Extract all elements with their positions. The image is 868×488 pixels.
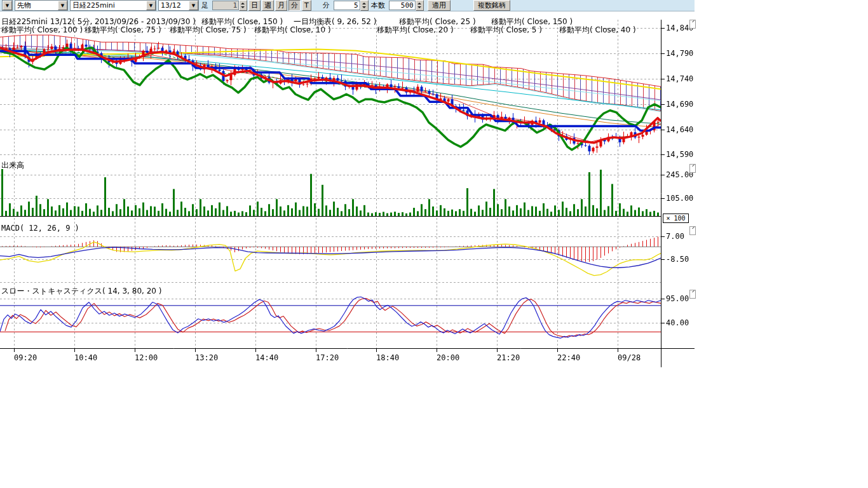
- x-axis-tick-label: 09:20: [14, 353, 37, 362]
- macd-pane-title: MACD( 12, 26, 9 ): [1, 224, 79, 233]
- legend-item: 移動平均( Close, 10 ): [254, 25, 331, 36]
- period-week-button[interactable]: 週: [262, 0, 274, 11]
- y-axis-tick-label: 14,640: [666, 125, 693, 134]
- y-axis-tick-label: 40.00: [666, 318, 689, 327]
- chevron-down-icon[interactable]: ▼: [3, 1, 12, 10]
- volume-multiplier-badge: × 100: [663, 214, 689, 223]
- bar-count-value: 500: [389, 1, 416, 10]
- legend-item: 移動平均( Close, 40 ): [559, 25, 636, 36]
- symbol-value: 日経225mini: [71, 1, 146, 10]
- pane-marker-icon[interactable]: [689, 290, 696, 299]
- category-select[interactable]: 先物 ▼: [15, 0, 68, 11]
- spinner-icon[interactable]: [416, 0, 424, 11]
- symbol-select[interactable]: 日経225mini ▼: [70, 0, 156, 11]
- y-axis-tick-label: 14,690: [666, 100, 693, 109]
- stoch-pane-title: スロー・ストキャスティクス( 14, 3, 80, 20 ): [1, 286, 161, 297]
- category-value: 先物: [15, 1, 58, 10]
- period-day-button[interactable]: 日: [248, 0, 261, 11]
- chart-application-window: { "toolbar": { "mini_combo_arrow": "▼", …: [0, 0, 868, 488]
- spinner-icon[interactable]: [239, 0, 247, 11]
- period-minute-button[interactable]: 分: [288, 0, 301, 11]
- spinner-icon[interactable]: [360, 0, 369, 11]
- legend-item: 移動平均( Close, 100 ): [1, 25, 83, 36]
- legend-row-1: 日経225mini 13/12( 5分, 2013/09/26 - 2013/0…: [0, 17, 661, 25]
- legend-item: 移動平均( Close, 75 ): [170, 25, 247, 36]
- period-month-button[interactable]: 月: [275, 0, 287, 11]
- minute-stepper[interactable]: 5: [334, 1, 369, 10]
- multi-symbol-button[interactable]: 複数銘柄: [473, 0, 510, 11]
- legend-item: 移動平均( Close, 75 ): [85, 25, 161, 36]
- legend-item: 移動平均( Close, 5 ): [470, 25, 542, 36]
- x-axis-tick-label: 17:20: [316, 353, 339, 362]
- x-axis-tick-label: 09/28: [618, 353, 641, 362]
- x-axis-tick-label: 13:20: [195, 353, 218, 362]
- x-axis-tick-label: 14:40: [255, 353, 278, 362]
- legend-row-2: 移動平均( Close, 100 )移動平均( Close, 75 )移動平均(…: [0, 25, 661, 33]
- bar-count-label: 本数: [371, 1, 385, 10]
- bar-count-stepper[interactable]: 500: [389, 1, 424, 10]
- x-axis-tick-label: 12:00: [135, 353, 158, 362]
- mini-combo[interactable]: ▼: [2, 0, 13, 11]
- chevron-down-icon[interactable]: ▼: [58, 1, 67, 10]
- y-axis-tick-label: 14,590: [666, 150, 693, 159]
- x-axis-tick-label: 18:40: [376, 353, 399, 362]
- legend-item: 移動平均( Close, 20 ): [377, 25, 454, 36]
- toolbar: ▼ 先物 ▼ 日経225mini ▼ 13/12 ▼ 足 1 日 週 月 分 T…: [0, 0, 695, 11]
- x-axis-tick-label: 22:40: [557, 353, 580, 362]
- y-axis-tick-label: 14,740: [666, 74, 693, 83]
- chart-canvas[interactable]: [0, 0, 868, 488]
- bar-interval-stepper[interactable]: 1: [212, 1, 247, 10]
- contract-value: 13/12: [159, 1, 189, 10]
- minute-value: 5: [334, 1, 360, 10]
- x-axis-tick-label: 10:40: [74, 353, 97, 362]
- y-axis-tick-label: 14,790: [666, 49, 693, 58]
- pane-marker-icon[interactable]: [689, 164, 696, 173]
- bar-interval-value: 1: [212, 1, 239, 10]
- volume-pane-title: 出来高: [1, 160, 24, 171]
- y-axis-tick-label: 95.00: [666, 294, 689, 303]
- period-tick-button[interactable]: T: [302, 0, 311, 11]
- contract-select[interactable]: 13/12 ▼: [158, 0, 199, 11]
- apply-button[interactable]: 適用: [428, 0, 451, 11]
- x-axis-tick-label: 21:20: [497, 353, 520, 362]
- chevron-down-icon[interactable]: ▼: [189, 1, 198, 10]
- bar-type-label: 足: [201, 1, 208, 10]
- pane-marker-icon[interactable]: [689, 20, 696, 29]
- y-axis-tick-label: 105.00: [666, 194, 693, 203]
- y-axis-tick-label: 7.00: [666, 232, 684, 241]
- pane-marker-icon[interactable]: [689, 226, 696, 235]
- x-axis-tick-label: 20:00: [437, 353, 459, 362]
- y-axis-tick-label: -8.50: [666, 255, 689, 264]
- chevron-down-icon[interactable]: ▼: [146, 1, 156, 10]
- minute-label: 分: [323, 1, 330, 10]
